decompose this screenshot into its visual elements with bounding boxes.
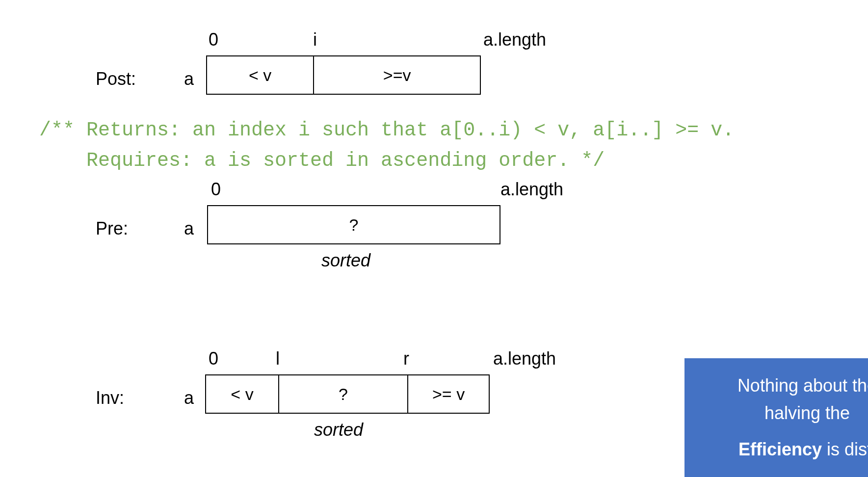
inv-array-name: a bbox=[184, 388, 194, 408]
post-index-i: i bbox=[313, 29, 317, 50]
post-array-name: a bbox=[184, 69, 194, 89]
pre-index-end: a.length bbox=[500, 179, 563, 200]
inv-caption: sorted bbox=[314, 420, 363, 440]
inv-array-box: < v ? >= v bbox=[205, 374, 490, 414]
inv-index-0: 0 bbox=[209, 348, 218, 369]
slide: Post: a 0 i a.length < v >=v /** Returns… bbox=[0, 0, 868, 477]
post-seg-lt-v: < v bbox=[207, 56, 314, 94]
callout-line3-rest: is disti bbox=[822, 439, 868, 459]
pre-seg-unknown: ? bbox=[208, 206, 500, 243]
pre-array-name: a bbox=[184, 218, 194, 239]
callout-box: Nothing about the halving the Efficiency… bbox=[684, 358, 868, 477]
inv-index-l: l bbox=[276, 348, 280, 369]
post-seg-ge-v: >=v bbox=[314, 56, 480, 94]
callout-line3: Efficiency is disti bbox=[694, 436, 868, 463]
callout-line3-bold: Efficiency bbox=[738, 439, 822, 459]
inv-seg-unknown: ? bbox=[279, 375, 408, 413]
pre-array-box: ? bbox=[207, 205, 500, 244]
pre-index-0: 0 bbox=[211, 179, 221, 200]
spec-line1: /** Returns: an index i such that a[0..i… bbox=[39, 115, 734, 146]
callout-line2: halving the bbox=[694, 399, 868, 427]
post-label: Post: bbox=[96, 69, 136, 89]
inv-index-end: a.length bbox=[493, 348, 556, 369]
inv-index-r: r bbox=[403, 348, 409, 369]
spec-line2: Requires: a is sorted in ascending order… bbox=[39, 146, 605, 176]
pre-caption: sorted bbox=[321, 250, 370, 271]
pre-label: Pre: bbox=[96, 218, 128, 239]
post-index-0: 0 bbox=[209, 29, 218, 50]
inv-label: Inv: bbox=[96, 388, 124, 408]
post-index-end: a.length bbox=[483, 29, 546, 50]
callout-line1: Nothing about the bbox=[694, 372, 868, 399]
post-array-box: < v >=v bbox=[206, 55, 481, 95]
inv-seg-lt-v: < v bbox=[206, 375, 279, 413]
inv-seg-ge-v: >= v bbox=[408, 375, 489, 413]
